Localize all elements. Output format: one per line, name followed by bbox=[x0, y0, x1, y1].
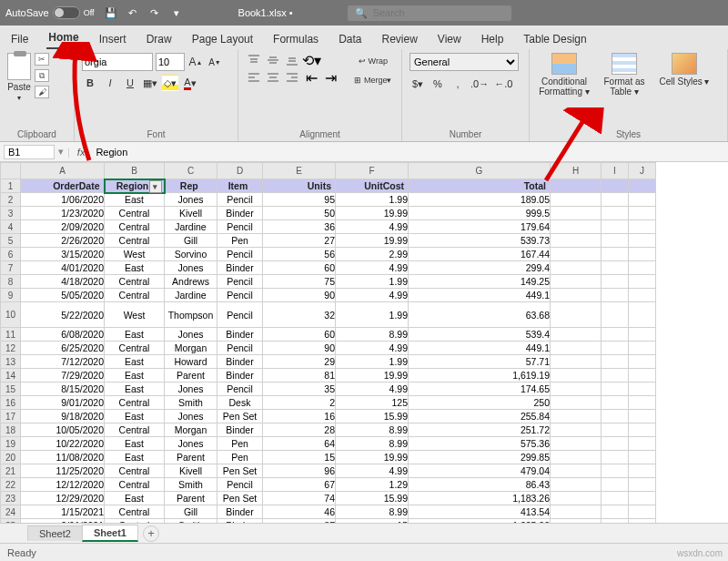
row-header-4[interactable]: 4 bbox=[1, 220, 21, 234]
row-header-20[interactable]: 20 bbox=[1, 451, 21, 464]
cell-J6[interactable] bbox=[629, 248, 656, 261]
cell-D8[interactable]: Pencil bbox=[217, 275, 263, 289]
cell-B3[interactable]: Central bbox=[105, 207, 165, 220]
formula-input[interactable] bbox=[92, 146, 728, 158]
cell-F13[interactable]: 1.99 bbox=[336, 355, 409, 369]
cell-H18[interactable] bbox=[551, 423, 602, 437]
cell-C8[interactable]: Andrews bbox=[165, 275, 217, 289]
fill-color-icon[interactable]: ◇▾ bbox=[162, 75, 178, 91]
cell-B10[interactable]: West bbox=[105, 302, 165, 328]
tab-insert[interactable]: Insert bbox=[97, 29, 128, 49]
cell-A3[interactable]: 1/23/2020 bbox=[21, 207, 105, 220]
cell-F1[interactable]: UnitCost bbox=[336, 179, 409, 193]
wrap-text-button[interactable]: ↩ Wrap bbox=[348, 53, 399, 69]
cell-E8[interactable]: 75 bbox=[263, 275, 336, 289]
cell-J23[interactable] bbox=[629, 492, 656, 505]
cell-I17[interactable] bbox=[602, 410, 629, 423]
cell-D24[interactable]: Binder bbox=[217, 505, 263, 519]
cell-J11[interactable] bbox=[629, 328, 656, 342]
cell-E23[interactable]: 74 bbox=[263, 492, 336, 505]
row-header-19[interactable]: 19 bbox=[1, 437, 21, 451]
cell-D14[interactable]: Binder bbox=[217, 369, 263, 382]
cell-H21[interactable] bbox=[551, 464, 602, 478]
tab-home[interactable]: Home bbox=[46, 27, 80, 49]
cell-A1[interactable]: OrderDate bbox=[21, 179, 105, 193]
cell-G15[interactable]: 174.65 bbox=[409, 382, 551, 396]
cell-H6[interactable] bbox=[551, 248, 602, 261]
paste-button[interactable]: Paste ▾ bbox=[7, 53, 31, 102]
cell-D6[interactable]: Pencil bbox=[217, 248, 263, 261]
cell-H4[interactable] bbox=[551, 220, 602, 234]
cell-D17[interactable]: Pen Set bbox=[217, 410, 263, 423]
cell-D20[interactable]: Pen bbox=[217, 451, 263, 464]
add-sheet-button[interactable]: + bbox=[143, 525, 159, 542]
sheet-tab-sheet2[interactable]: Sheet2 bbox=[27, 525, 83, 541]
cell-I10[interactable] bbox=[602, 302, 629, 328]
cell-C16[interactable]: Smith bbox=[165, 396, 217, 410]
qat-dropdown-icon[interactable]: ▾ bbox=[169, 5, 184, 20]
cell-E21[interactable]: 96 bbox=[263, 464, 336, 478]
cell-E3[interactable]: 50 bbox=[263, 207, 336, 220]
col-header-D[interactable]: D bbox=[217, 163, 263, 179]
cell-G17[interactable]: 255.84 bbox=[409, 410, 551, 423]
cell-H23[interactable] bbox=[551, 492, 602, 505]
cell-I1[interactable] bbox=[602, 179, 629, 193]
cell-F9[interactable]: 4.99 bbox=[336, 289, 409, 302]
cell-J9[interactable] bbox=[629, 289, 656, 302]
cell-I8[interactable] bbox=[602, 275, 629, 289]
cell-D3[interactable]: Binder bbox=[217, 207, 263, 220]
cell-G22[interactable]: 86.43 bbox=[409, 478, 551, 492]
cell-B12[interactable]: Central bbox=[105, 342, 165, 355]
number-format-combo[interactable]: General bbox=[410, 53, 519, 71]
conditional-formatting-button[interactable]: Conditional Formatting ▾ bbox=[537, 53, 592, 97]
cell-B11[interactable]: East bbox=[105, 328, 165, 342]
cell-H3[interactable] bbox=[551, 207, 602, 220]
cell-A22[interactable]: 12/12/2020 bbox=[21, 478, 105, 492]
cell-G5[interactable]: 539.73 bbox=[409, 234, 551, 248]
cell-H20[interactable] bbox=[551, 451, 602, 464]
cell-C17[interactable]: Jones bbox=[165, 410, 217, 423]
row-header-5[interactable]: 5 bbox=[1, 234, 21, 248]
cell-A17[interactable]: 9/18/2020 bbox=[21, 410, 105, 423]
name-box-dropdown-icon[interactable]: ▾ bbox=[55, 146, 67, 158]
cell-I19[interactable] bbox=[602, 437, 629, 451]
cell-C19[interactable]: Jones bbox=[165, 437, 217, 451]
cell-H1[interactable] bbox=[551, 179, 602, 193]
cell-C5[interactable]: Gill bbox=[165, 234, 217, 248]
cell-J12[interactable] bbox=[629, 342, 656, 355]
cell-J1[interactable] bbox=[629, 179, 656, 193]
cell-I18[interactable] bbox=[602, 423, 629, 437]
cell-J19[interactable] bbox=[629, 437, 656, 451]
cell-E18[interactable]: 28 bbox=[263, 423, 336, 437]
cell-E10[interactable]: 32 bbox=[263, 302, 336, 328]
sheet-tab-sheet1[interactable]: Sheet1 bbox=[82, 525, 138, 542]
cell-F17[interactable]: 15.99 bbox=[336, 410, 409, 423]
cell-H22[interactable] bbox=[551, 478, 602, 492]
cell-B9[interactable]: Central bbox=[105, 289, 165, 302]
cell-C13[interactable]: Howard bbox=[165, 355, 217, 369]
cell-H7[interactable] bbox=[551, 261, 602, 275]
cell-F7[interactable]: 4.99 bbox=[336, 261, 409, 275]
cell-I20[interactable] bbox=[602, 451, 629, 464]
cell-G20[interactable]: 299.85 bbox=[409, 451, 551, 464]
cell-G14[interactable]: 1,619.19 bbox=[409, 369, 551, 382]
cell-F20[interactable]: 19.99 bbox=[336, 451, 409, 464]
cell-F8[interactable]: 1.99 bbox=[336, 275, 409, 289]
row-header-14[interactable]: 14 bbox=[1, 369, 21, 382]
tab-table-design[interactable]: Table Design bbox=[521, 29, 588, 49]
col-header-A[interactable]: A bbox=[21, 163, 105, 179]
cell-D10[interactable]: Pencil bbox=[217, 302, 263, 328]
cell-E17[interactable]: 16 bbox=[263, 410, 336, 423]
tab-page-layout[interactable]: Page Layout bbox=[190, 29, 255, 49]
cell-I11[interactable] bbox=[602, 328, 629, 342]
cell-I15[interactable] bbox=[602, 382, 629, 396]
increase-decimal-icon[interactable]: .0→ bbox=[470, 76, 490, 92]
cell-B18[interactable]: Central bbox=[105, 423, 165, 437]
cell-A24[interactable]: 1/15/2021 bbox=[21, 505, 105, 519]
cell-F22[interactable]: 1.29 bbox=[336, 478, 409, 492]
cell-C22[interactable]: Smith bbox=[165, 478, 217, 492]
cell-G18[interactable]: 251.72 bbox=[409, 423, 551, 437]
row-header-15[interactable]: 15 bbox=[1, 382, 21, 396]
cell-H11[interactable] bbox=[551, 328, 602, 342]
italic-button[interactable]: I bbox=[102, 75, 118, 91]
